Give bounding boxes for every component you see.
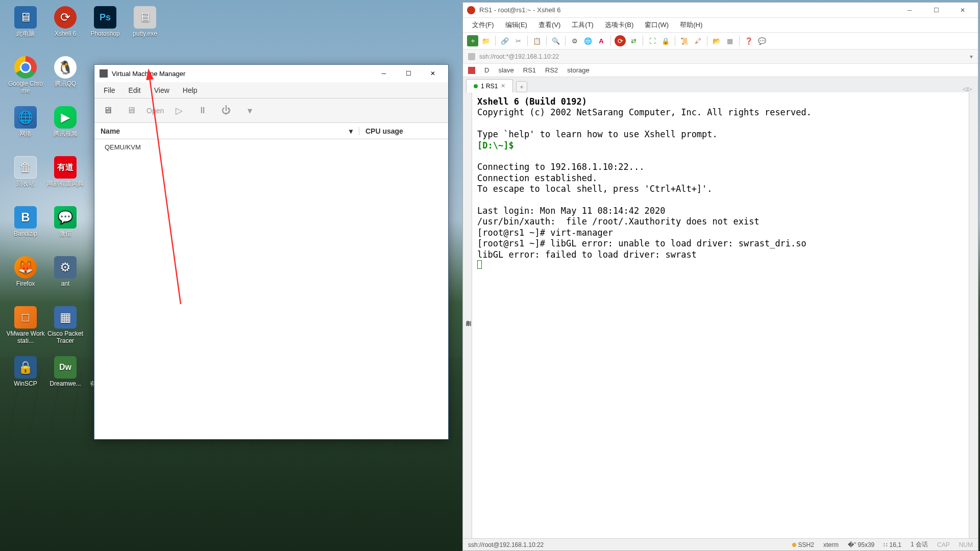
desktop-icon-Photoshop[interactable]: PsPhotoshop — [86, 4, 125, 54]
app-icon: ▶ — [54, 106, 77, 129]
tab-next-icon[interactable]: ▷ — [968, 86, 972, 92]
open-button[interactable]: Open — [146, 107, 164, 115]
lock-icon[interactable]: 🔒 — [660, 35, 671, 46]
desktop-icon-Xshell 6[interactable]: ⟳Xshell 6 — [46, 4, 85, 54]
desktop-icon-WinSCP[interactable]: 🔒WinSCP — [6, 354, 45, 404]
new-tab-button[interactable]: ＋ — [516, 81, 527, 92]
desktop-icon-腾讯QQ[interactable]: 🐧腾讯QQ — [46, 54, 85, 104]
side-panel[interactable]: 排削删删 — [463, 92, 472, 538]
folder-icon[interactable]: 📂 — [711, 35, 722, 46]
minimize-button[interactable]: ─ — [374, 66, 394, 81]
vmm-titlebar[interactable]: Virtual Machine Manager ─ ☐ ✕ — [94, 65, 448, 82]
status-bar: ssh://root@192.168.1.10:22 SSH2 xterm �"… — [463, 538, 978, 550]
desktop-icon-Firefox[interactable]: 🦊Firefox — [6, 254, 45, 304]
maximize-button[interactable]: ☐ — [398, 66, 419, 81]
address-bar[interactable]: ssh://root:*@192.168.1.10:22 ▾ — [463, 49, 978, 64]
vmm-app-icon — [100, 69, 108, 78]
pause-icon[interactable]: ⏸ — [194, 103, 211, 119]
tab-prev-icon[interactable]: ◁ — [963, 86, 967, 92]
menu-window[interactable]: 窗口(W) — [640, 19, 674, 31]
desktop-icon-网易有道词典[interactable]: 有道网易有道词典 — [46, 154, 85, 204]
search-icon[interactable]: 🔍 — [550, 35, 561, 46]
xshell-logo-icon[interactable]: ⟳ — [615, 35, 626, 46]
terminal[interactable]: Xshell 6 (Build 0192) Copyright (c) 2002… — [472, 92, 969, 538]
font-icon[interactable]: A — [596, 35, 607, 46]
desktop-icon-Bandizip[interactable]: BBandizip — [6, 204, 45, 254]
menu-edit[interactable]: 编辑(E) — [500, 19, 532, 31]
shutdown-icon[interactable]: ⏻ — [218, 103, 234, 119]
address-text: ssh://root:*@192.168.1.10:22 — [479, 53, 559, 60]
close-tab-icon[interactable]: ✕ — [501, 83, 505, 89]
desktop-icon-网络[interactable]: 🌐网络 — [6, 104, 45, 154]
desktop-icon-Cisco Packet Tracer[interactable]: ▦Cisco Packet Tracer — [46, 304, 85, 354]
desktop-icon-腾讯视频[interactable]: ▶腾讯视频 — [46, 104, 85, 154]
new-session-icon[interactable]: ＋ — [467, 35, 478, 46]
desktop-icon-Google Chrome[interactable]: Google Chrome — [6, 54, 45, 104]
menu-file[interactable]: 文件(F) — [467, 19, 499, 31]
vmm-menubar: File Edit View Help — [94, 82, 448, 98]
desktop-icon-ant[interactable]: ⚙ant — [46, 254, 85, 304]
app-icon: 🦊 — [14, 256, 37, 279]
separator — [610, 36, 611, 46]
status-size: �" 95x39 — [848, 541, 874, 548]
menu-view[interactable]: View — [148, 84, 176, 96]
connection-row[interactable]: QEMU/KVM — [94, 139, 448, 155]
column-name[interactable]: Name▾ — [94, 127, 359, 135]
menu-view[interactable]: 查看(V) — [533, 19, 566, 31]
icon-label: Photoshop — [90, 31, 119, 38]
desktop-icon-此电脑[interactable]: 🖥此电脑 — [6, 4, 45, 54]
flag-icon[interactable] — [468, 67, 475, 74]
copy-icon[interactable]: 📋 — [531, 35, 543, 46]
app-icon: 🖥 — [134, 6, 156, 29]
app-icon: □ — [14, 306, 37, 329]
disconnect-icon[interactable]: ✂ — [512, 35, 524, 46]
menu-file[interactable]: File — [97, 84, 121, 96]
layout-icon[interactable]: ▦ — [724, 35, 736, 46]
highlight-icon[interactable]: 🖍 — [692, 35, 703, 46]
menu-help[interactable]: 帮助(H) — [675, 19, 707, 31]
feedback-icon[interactable]: 💬 — [756, 35, 768, 46]
desktop-icon-Dreamwe...[interactable]: DwDreamwe... — [46, 354, 85, 404]
menu-edit[interactable]: Edit — [122, 84, 147, 96]
desktop-icon-微信[interactable]: 💬微信 — [46, 204, 85, 254]
properties-icon[interactable]: ⚙ — [569, 35, 580, 46]
vmm-vm-list[interactable]: QEMU/KVM — [94, 139, 448, 439]
menu-help[interactable]: Help — [177, 84, 204, 96]
app-icon: B — [14, 206, 37, 229]
xftp-icon[interactable]: ⇄ — [628, 35, 639, 46]
desktop-icon-VMware Workstati...[interactable]: □VMware Workstati... — [6, 304, 45, 354]
xshell-titlebar[interactable]: RS1 - root@rs1:~ - Xshell 6 ─ ☐ ✕ — [463, 3, 978, 18]
close-button[interactable]: ✕ — [423, 66, 443, 81]
icon-label: 腾讯QQ — [55, 81, 77, 88]
maximize-button[interactable]: ☐ — [925, 4, 947, 17]
separator — [495, 36, 496, 46]
terminal-scrollbar[interactable] — [969, 92, 978, 538]
open-session-icon[interactable]: 📁 — [480, 35, 492, 46]
link-D[interactable]: D — [484, 66, 489, 74]
dropdown-icon[interactable]: ▾ — [241, 103, 258, 119]
globe-icon[interactable]: 🌐 — [582, 35, 594, 46]
script-icon[interactable]: 📜 — [679, 35, 690, 46]
link-slave[interactable]: slave — [498, 66, 513, 74]
reconnect-icon[interactable]: 🔗 — [499, 35, 510, 46]
desktop-icon-putty.exe[interactable]: 🖥putty.exe — [126, 4, 164, 54]
link-storage[interactable]: storage — [567, 66, 589, 74]
session-tab-RS1[interactable]: 1 RS1 ✕ — [466, 79, 513, 92]
minimize-button[interactable]: ─ — [898, 4, 921, 17]
close-button[interactable]: ✕ — [951, 4, 974, 17]
desktop-icon-回收站[interactable]: 🗑回收站 — [6, 154, 45, 204]
fullscreen-icon[interactable]: ⛶ — [647, 35, 658, 46]
menu-tools[interactable]: 工具(T) — [567, 19, 599, 31]
new-vm-icon[interactable]: 🖥 — [100, 103, 116, 119]
link-RS1[interactable]: RS1 — [523, 66, 536, 74]
quick-links-bar: D slave RS1 RS2 storage — [463, 64, 978, 77]
status-dot-icon — [792, 543, 796, 547]
menu-tab[interactable]: 选项卡(B) — [600, 19, 639, 31]
link-RS2[interactable]: RS2 — [545, 66, 558, 74]
column-cpu[interactable]: CPU usage — [359, 127, 448, 135]
run-icon[interactable]: ▷ — [171, 103, 187, 119]
help-icon[interactable]: ❓ — [743, 35, 754, 46]
dropdown-icon[interactable]: ▾ — [970, 53, 973, 60]
icon-label: Firefox — [16, 281, 35, 288]
open-console-icon[interactable]: 🖥 — [123, 103, 139, 119]
